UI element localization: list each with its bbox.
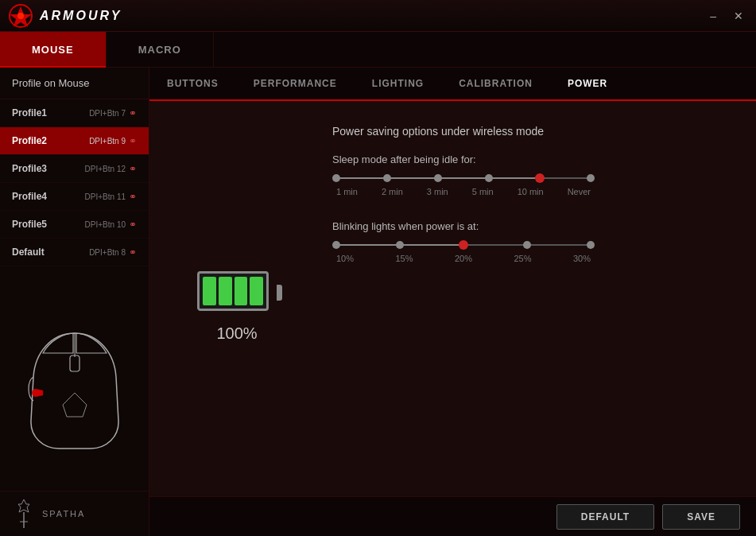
sleep-dot-0: [332, 174, 340, 182]
tab-mouse[interactable]: MOUSE: [0, 32, 107, 67]
sleep-dot-4: [535, 173, 545, 183]
spatha-area: SPATHA: [0, 491, 149, 536]
tab-macro[interactable]: MACRO: [107, 32, 214, 67]
blink-label-1: 15%: [395, 254, 413, 263]
sleep-labels: 1 min 2 min 3 min 5 min 10 min Never: [336, 187, 591, 196]
profile-list: Profile1 DPI+Btn 7 ⚭ Profile2 DPI+Btn 9 …: [0, 99, 149, 287]
close-button[interactable]: ✕: [729, 8, 748, 24]
profile-shortcut-default: DPI+Btn 8 ⚭: [89, 247, 137, 258]
sleep-label-1: 2 min: [382, 187, 403, 196]
spatha-icon: [12, 498, 36, 530]
battery-tip: [277, 285, 282, 301]
sleep-track: [336, 177, 591, 179]
sleep-label-0: 1 min: [336, 187, 358, 196]
app-logo: ARMOURY: [8, 3, 122, 29]
profile-shortcut-3: DPI+Btn 12 ⚭: [85, 163, 137, 174]
battery-bar-4: [250, 277, 263, 305]
right-panel: BUTTONS PERFORMANCE LIGHTING CALIBRATION…: [149, 68, 756, 536]
battery-bar-1: [203, 277, 216, 305]
battery-container: [197, 271, 277, 315]
sleep-dot-1: [383, 174, 391, 182]
profile-name-3: Profile3: [12, 163, 47, 174]
blink-dot-3: [523, 241, 531, 249]
sleep-dot-3: [485, 174, 493, 182]
save-button[interactable]: SAVE: [662, 504, 740, 530]
content-area: Profile on Mouse Profile1 DPI+Btn 7 ⚭ Pr…: [0, 68, 756, 536]
profile-item-1[interactable]: Profile1 DPI+Btn 7 ⚭: [0, 99, 149, 127]
sleep-label-2: 3 min: [427, 187, 448, 196]
blink-label-4: 30%: [573, 254, 591, 263]
profile-item-5[interactable]: Profile5 DPI+Btn 10 ⚭: [0, 211, 149, 239]
profile-name-2: Profile2: [12, 135, 47, 146]
blink-track: [336, 244, 591, 246]
sleep-label-4: 10 min: [518, 187, 544, 196]
sidebar-header: Profile on Mouse: [0, 68, 149, 99]
device-name: SPATHA: [42, 509, 85, 519]
profile-shortcut-2: DPI+Btn 9 ⚭: [89, 135, 137, 146]
subtab-calibration[interactable]: CALIBRATION: [441, 68, 550, 99]
profile-item-default[interactable]: Default DPI+Btn 8 ⚭: [0, 239, 149, 266]
sub-tabs: BUTTONS PERFORMANCE LIGHTING CALIBRATION…: [149, 68, 756, 101]
sleep-mode-slider[interactable]: 1 min 2 min 3 min 5 min 10 min Never: [332, 177, 732, 196]
sleep-dot-2: [434, 174, 442, 182]
profile-name-default: Default: [12, 247, 45, 258]
default-button[interactable]: DEFAULT: [556, 504, 654, 530]
link-icon-5: ⚭: [129, 219, 137, 230]
blink-dot-2: [459, 240, 468, 250]
sleep-label-3: 5 min: [472, 187, 494, 196]
blink-label-2: 20%: [455, 254, 472, 263]
battery-bar-2: [219, 277, 232, 305]
power-content: 100% Power saving options under wireless…: [149, 101, 756, 496]
options-title: Power saving options under wireless mode: [332, 125, 732, 138]
battery-body: [197, 271, 269, 311]
sleep-mode-label: Sleep mode after being idle for:: [332, 153, 732, 165]
window-controls: – ✕: [705, 8, 748, 24]
title-bar: ARMOURY – ✕: [0, 0, 756, 32]
blink-lights-group: Blinking lights when power is at: 10%: [332, 220, 732, 263]
svg-point-2: [17, 13, 24, 19]
link-icon-default: ⚭: [129, 247, 137, 258]
profile-name-5: Profile5: [12, 219, 47, 230]
battery-bar-3: [235, 277, 248, 305]
options-section: Power saving options under wireless mode…: [332, 117, 732, 480]
blink-dot-1: [396, 241, 404, 249]
subtab-buttons[interactable]: BUTTONS: [149, 68, 236, 99]
sidebar: Profile on Mouse Profile1 DPI+Btn 7 ⚭ Pr…: [0, 68, 149, 536]
sleep-mode-group: Sleep mode after being idle for:: [332, 153, 732, 196]
blink-dot-0: [332, 241, 340, 249]
profile-name-4: Profile4: [12, 191, 47, 202]
sleep-dot-5: [587, 174, 595, 182]
link-icon-4: ⚭: [129, 191, 137, 202]
link-icon-3: ⚭: [129, 163, 137, 174]
blink-lights-label: Blinking lights when power is at:: [332, 220, 732, 232]
bottom-bar: DEFAULT SAVE: [149, 496, 756, 536]
profile-item-4[interactable]: Profile4 DPI+Btn 11 ⚭: [0, 183, 149, 211]
link-icon-1: ⚭: [129, 107, 137, 118]
subtab-performance[interactable]: PERFORMANCE: [236, 68, 355, 99]
minimize-button[interactable]: –: [705, 8, 721, 24]
app-title: ARMOURY: [40, 9, 122, 23]
rog-icon: [8, 3, 33, 29]
blink-dot-4: [587, 241, 595, 249]
profile-shortcut-5: DPI+Btn 10 ⚭: [85, 219, 137, 230]
main-tabs: MOUSE MACRO: [0, 32, 756, 68]
battery-percent: 100%: [216, 324, 257, 343]
svg-rect-4: [70, 355, 79, 371]
sleep-label-5: Never: [568, 187, 591, 196]
profile-shortcut-1: DPI+Btn 7 ⚭: [89, 107, 137, 118]
mouse-image: [19, 325, 130, 452]
subtab-power[interactable]: POWER: [550, 68, 625, 101]
blink-label-0: 10%: [336, 254, 354, 263]
link-icon-2: ⚭: [129, 135, 137, 146]
subtab-lighting[interactable]: LIGHTING: [355, 68, 441, 99]
profile-item-3[interactable]: Profile3 DPI+Btn 12 ⚭: [0, 155, 149, 183]
profile-item-2[interactable]: Profile2 DPI+Btn 9 ⚭: [0, 127, 149, 155]
blink-lights-slider[interactable]: 10% 15% 20% 25% 30%: [332, 244, 732, 263]
profile-name-1: Profile1: [12, 107, 47, 118]
blink-label-3: 25%: [514, 254, 531, 263]
battery-section: 100%: [173, 117, 300, 480]
profile-shortcut-4: DPI+Btn 11 ⚭: [85, 191, 137, 202]
blink-labels: 10% 15% 20% 25% 30%: [336, 254, 591, 263]
mouse-image-area: [0, 287, 149, 491]
